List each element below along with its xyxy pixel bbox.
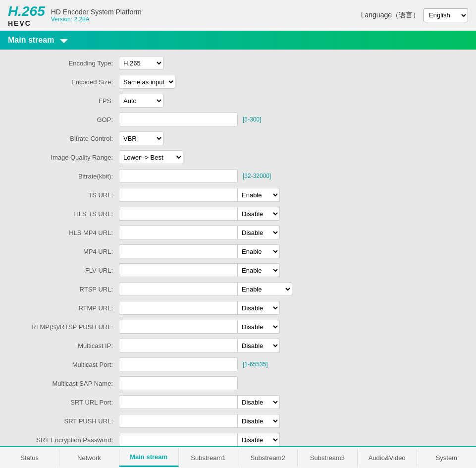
bitrate-control-control: VBR CBR: [119, 131, 163, 145]
rtsp-url-row: RTSP URL: /0 Enable Disable: [10, 282, 466, 296]
header: H.265 HEVC HD Encoder System Platform Ve…: [0, 0, 476, 31]
rtmp-push-label: RTMP(S)/RTSP PUSH URL:: [10, 323, 119, 331]
srt-enc-input[interactable]: 0123456789: [119, 433, 238, 447]
multicast-ip-input[interactable]: 238.0.0.1: [119, 339, 238, 352]
nav-item-audio-video[interactable]: Audio&Video: [358, 449, 417, 467]
hls-ts-url-control: /0.m3u8 Disable Enable: [119, 207, 280, 221]
srt-push-row: SRT PUSH URL: srt://192.168.1.169:9000 D…: [10, 413, 466, 428]
nav-item-system[interactable]: System: [417, 449, 476, 467]
hls-mp4-url-select[interactable]: Disable Enable: [238, 226, 280, 239]
logo-box: H.265 HEVC: [8, 3, 45, 27]
rtmp-push-control: rtmp://192.168.1.169/live/0 Disable Enab…: [119, 320, 280, 334]
rtmp-url-control: /0 Disable Enable: [119, 301, 280, 315]
nav-item-main-stream[interactable]: Main stream: [119, 448, 179, 467]
multicast-sap-row: Multicast SAP Name: GROUP0_STREAM0: [10, 376, 466, 391]
image-quality-select[interactable]: Lower -> Best Lower -> Better Lower -> G…: [119, 150, 183, 164]
encoded-size-label: Encoded Size:: [10, 78, 119, 86]
rtsp-url-control: /0 Enable Disable: [119, 282, 292, 296]
fps-select[interactable]: Auto 25 30 60: [119, 94, 163, 108]
multicast-ip-row: Multicast IP: 238.0.0.1 Disable Enable: [10, 338, 466, 353]
mp4-url-control: /0.mp4 Enable Disable: [119, 244, 280, 258]
nav-item-substream3[interactable]: Substream3: [298, 449, 357, 467]
rtmp-push-row: RTMP(S)/RTSP PUSH URL: rtmp://192.168.1.…: [10, 319, 466, 334]
bitrate-control-row: Bitrate Control: VBR CBR: [10, 131, 466, 146]
logo-hevc: HEVC: [8, 19, 45, 27]
app-version: Version: 2.28A: [51, 16, 142, 23]
image-quality-control: Lower -> Best Lower -> Better Lower -> G…: [119, 150, 183, 164]
multicast-port-input[interactable]: 1234: [119, 357, 238, 371]
srt-push-label: SRT PUSH URL:: [10, 417, 119, 425]
encoded-size-control: Same as input 1920x1080 1280x720 640x480: [119, 75, 175, 89]
hls-mp4-url-input[interactable]: /0_mp4.m3u8: [119, 226, 238, 239]
image-quality-label: Image Quality Range:: [10, 154, 119, 161]
nav-item-network[interactable]: Network: [59, 449, 119, 467]
hls-mp4-url-control: /0_mp4.m3u8 Disable Enable: [119, 226, 280, 239]
nav-item-substream1[interactable]: Substream1: [179, 449, 238, 467]
multicast-port-control: 1234: [119, 357, 238, 371]
mp4-url-input[interactable]: /0.mp4: [119, 244, 238, 258]
rtmp-url-select[interactable]: Disable Enable: [238, 301, 280, 315]
multicast-ip-control: 238.0.0.1 Disable Enable: [119, 339, 280, 352]
hls-ts-url-row: HLS TS URL: /0.m3u8 Disable Enable: [10, 206, 466, 221]
hls-mp4-url-label: HLS MP4 URL:: [10, 229, 119, 236]
multicast-port-hint: [1-65535]: [243, 361, 268, 368]
rtsp-url-input[interactable]: /0: [119, 282, 238, 296]
language-select[interactable]: English Chinese: [423, 8, 468, 22]
encoding-type-control: H.265 H.264: [119, 56, 163, 70]
gop-hint: [5-300]: [243, 116, 261, 123]
srt-port-control: 9000 Disable Enable: [119, 395, 280, 409]
encoded-size-select[interactable]: Same as input 1920x1080 1280x720 640x480: [119, 75, 175, 89]
rtsp-url-select[interactable]: Enable Disable: [238, 282, 292, 296]
mp4-url-label: MP4 URL:: [10, 248, 119, 255]
srt-port-input[interactable]: 9000: [119, 395, 238, 409]
logo-text: H.265 HEVC: [8, 3, 45, 27]
rtmp-url-input[interactable]: /0: [119, 301, 238, 315]
gop-input[interactable]: 30: [119, 113, 238, 126]
gop-control: 30: [119, 113, 238, 126]
mp4-url-select[interactable]: Enable Disable: [238, 244, 280, 258]
rtsp-url-label: RTSP URL:: [10, 286, 119, 293]
multicast-port-label: Multicast Port:: [10, 361, 119, 368]
ts-url-select[interactable]: Enable Disable: [238, 188, 280, 202]
form-area: Encoding Type: H.265 H.264 Encoded Size:…: [0, 50, 476, 468]
ts-url-row: TS URL: /0.ts Enable Disable: [10, 187, 466, 202]
multicast-sap-label: Multicast SAP Name:: [10, 380, 119, 387]
fps-control: Auto 25 30 60: [119, 94, 163, 108]
srt-enc-select[interactable]: Disable Enable: [238, 433, 280, 447]
language-label: Language（语言）: [361, 11, 420, 20]
encoding-type-select[interactable]: H.265 H.264: [119, 56, 163, 70]
app-info: HD Encoder System Platform Version: 2.28…: [51, 8, 142, 23]
flv-url-select[interactable]: Enable Disable: [238, 263, 280, 277]
bitrate-control-select[interactable]: VBR CBR: [119, 131, 163, 145]
rtmp-push-input[interactable]: rtmp://192.168.1.169/live/0: [119, 320, 238, 334]
section-title: Main stream: [8, 36, 54, 45]
gop-label: GOP:: [10, 116, 119, 123]
hls-ts-url-input[interactable]: /0.m3u8: [119, 207, 238, 221]
encoding-type-label: Encoding Type:: [10, 59, 119, 67]
mp4-url-row: MP4 URL: /0.mp4 Enable Disable: [10, 244, 466, 259]
flv-url-control: /0.flv Enable Disable: [119, 263, 280, 277]
language-selector-area: Language（语言） English Chinese: [361, 8, 468, 22]
srt-enc-label: SRT Encryption Password:: [10, 436, 119, 444]
hls-ts-url-label: HLS TS URL:: [10, 210, 119, 218]
ts-url-input[interactable]: /0.ts: [119, 188, 238, 202]
section-header: Main stream: [0, 31, 476, 50]
bitrate-row: Bitrate(kbit): 3200 [32-32000]: [10, 169, 466, 183]
gop-row: GOP: 30 [5-300]: [10, 112, 466, 127]
srt-push-select[interactable]: Disable Enable: [238, 414, 280, 428]
nav-item-substream2[interactable]: Substream2: [238, 449, 298, 467]
flv-url-input[interactable]: /0.flv: [119, 263, 238, 277]
bitrate-input[interactable]: 3200: [119, 169, 238, 183]
bottom-nav: Status Network Main stream Substream1 Su…: [0, 446, 476, 468]
hls-mp4-url-row: HLS MP4 URL: /0_mp4.m3u8 Disable Enable: [10, 225, 466, 240]
multicast-ip-select[interactable]: Disable Enable: [238, 339, 280, 352]
srt-push-input[interactable]: srt://192.168.1.169:9000: [119, 414, 238, 428]
hls-ts-url-select[interactable]: Disable Enable: [238, 207, 280, 221]
multicast-sap-input[interactable]: GROUP0_STREAM0: [119, 376, 238, 390]
rtmp-url-row: RTMP URL: /0 Disable Enable: [10, 300, 466, 315]
srt-port-row: SRT URL Port: 9000 Disable Enable: [10, 395, 466, 410]
rtmp-push-select[interactable]: Disable Enable: [238, 320, 280, 334]
logo-area: H.265 HEVC HD Encoder System Platform Ve…: [8, 3, 142, 27]
nav-item-status[interactable]: Status: [0, 449, 59, 467]
srt-port-select[interactable]: Disable Enable: [238, 395, 280, 409]
